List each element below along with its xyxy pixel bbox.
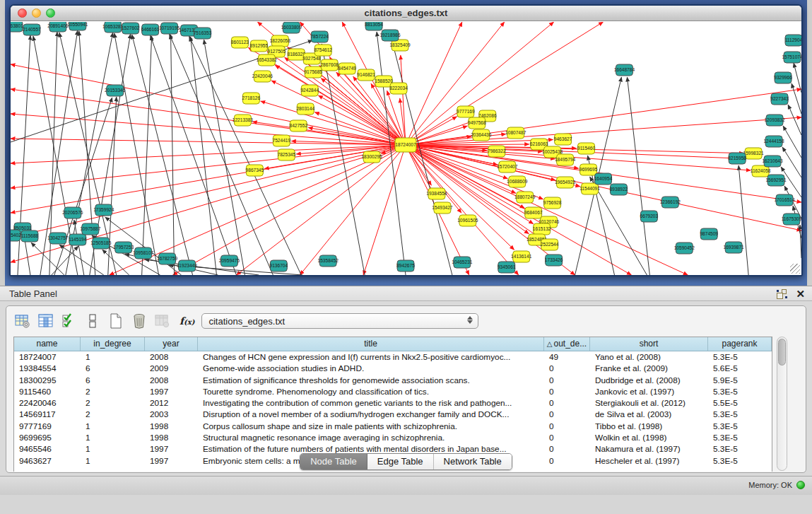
float-panel-icon[interactable] [777,288,787,299]
table-row[interactable]: 1456911722003Disruption of a novel membe… [14,409,772,420]
node-label: 15998321 [743,151,764,156]
table-row[interactable]: 1830029562008Estimation of significance … [14,375,772,386]
table-selector-value: citations_edges.txt [208,316,285,327]
row-height-icon[interactable] [83,313,102,329]
column-header-year[interactable]: year [145,337,198,351]
cell-out_de: 0 [544,375,590,386]
node-table: namein_degreeyeartitle△out_de...shortpag… [13,337,772,472]
table-scrollbar-thumb[interactable] [778,339,786,366]
citation-network-graph[interactable]: 1872400786011238912955182260589127505165… [11,22,801,275]
tab-network-table[interactable]: Network Table [434,454,512,469]
cell-out_de: 0 [544,432,590,443]
table-row[interactable]: 2242004622012Investigating the contribut… [14,397,772,409]
node-label: 8912955 [250,43,269,48]
cell-in_degree: 1 [81,351,145,363]
tab-node-table[interactable]: Node Table [300,454,367,469]
graph-edge [788,105,801,135]
node-label: 9497568 [468,120,486,125]
close-panel-icon[interactable]: ✕ [796,288,805,299]
column-header-title[interactable]: title [198,337,544,351]
close-window-icon[interactable] [18,8,27,18]
column-header-pagerank[interactable]: pagerank [708,337,772,351]
delete-table-icon[interactable] [130,313,148,329]
node-label: 18300295 [361,154,382,159]
function-builder-icon[interactable]: f(x) [180,315,194,327]
node-label: 18325409 [389,42,411,47]
node-label: 9684067 [524,210,543,215]
node-label: 7857224 [310,34,329,39]
cell-title: Structural magnetic resonance image aver… [198,432,544,443]
graph-edge [191,37,217,275]
maximize-window-icon[interactable] [46,8,55,18]
node-label: 1588520 [375,78,393,83]
column-header-short[interactable]: short [590,337,708,351]
minimize-window-icon[interactable] [32,8,41,18]
node-label: 12366192 [660,199,681,204]
node-label: 8942675 [396,263,415,268]
cell-out_de: 0 [544,363,590,374]
node-label: 15692951 [765,177,787,182]
graph-edge [794,63,801,93]
tab-edge-table[interactable]: Edge Table [367,454,434,469]
new-table-icon[interactable] [107,313,125,329]
node-label: 1527602 [122,25,140,30]
node-label: 2522544 [541,242,559,247]
table-row[interactable]: 977716911998Corpus callosum shape and si… [14,421,772,432]
cell-title: Disruption of a novel member of a sodium… [198,409,544,420]
table-header-row: namein_degreeyeartitle△out_de...shortpag… [14,337,772,351]
network-canvas[interactable]: 1872400786011238912955182260589127505165… [11,22,801,275]
column-header-out_de[interactable]: △out_de... [544,337,590,351]
graph-edge [406,22,604,145]
network-window-titlebar[interactable]: citations_edges.txt [11,6,801,21]
node-label: 1733426 [545,257,563,262]
node-label: 10719195 [159,25,180,30]
column-header-in_degree[interactable]: in_degree [81,337,145,351]
node-label: 6216063 [530,141,548,146]
table-scrollbar[interactable] [777,337,787,471]
show-columns-icon[interactable] [37,313,55,329]
graph-edge [142,36,152,275]
cell-pagerank: 5.3E-5 [708,421,772,432]
window-resize-grip[interactable] [790,264,800,274]
node-label: 3915402 [11,233,21,238]
graph-edge [151,35,237,275]
cell-title: Genome-wide association studies in ADHD. [198,363,544,374]
node-label: 6466161 [141,27,160,32]
table-panel-header: Table Panel ✕ [0,286,812,301]
node-label: 20206576 [62,210,83,215]
cell-year: 2009 [145,363,198,374]
table-row[interactable]: 911546021997Tourette syndrome. Phenomeno… [14,386,772,397]
cell-name: 19384554 [14,363,81,374]
table-row[interactable]: 1938455462009Genome-wide association stu… [14,363,772,374]
memory-status-label: Memory: OK [748,481,792,489]
node-label: 8754612 [314,47,332,52]
node-label: 6679203 [640,214,659,218]
node-label: 12444158 [763,139,784,144]
node-label: 13042757 [47,235,69,240]
node-label: 9756928 [543,200,562,205]
sort-ascending-icon: △ [547,340,553,348]
left-edge-strip [0,0,5,286]
network-view-window[interactable]: citations_edges.txt 18724007860112389129… [9,4,803,276]
cell-title: Investigating the contribution of common… [198,397,544,409]
cell-year: 2008 [145,375,198,386]
import-table-icon [153,313,172,329]
node-label: 5063801 [11,23,23,28]
table-row[interactable]: 969969511998Structural magnetic resonanc… [14,432,772,443]
node-label: 10688609 [507,179,528,184]
table-settings-icon[interactable] [13,313,32,329]
table-row[interactable]: 1872400712008Changes of HCN gene express… [14,351,772,363]
node-label: 11923448 [177,263,197,268]
node-label: 15493427 [432,205,453,210]
node-label: 14136141 [511,254,532,259]
graph-edge [31,243,64,275]
graph-edge [11,139,406,145]
table-tabs-row: Node TableEdge TableNetwork Table [0,453,812,470]
select-columns-icon[interactable] [60,313,78,329]
graph-edge [800,225,801,258]
column-header-name[interactable]: name [14,337,81,351]
table-selector-dropdown[interactable]: citations_edges.txt [201,313,478,329]
node-label: 18724007 [395,142,416,147]
cell-short: Tibbo et al. (1998) [590,421,708,432]
node-label: 15720407 [497,164,518,169]
